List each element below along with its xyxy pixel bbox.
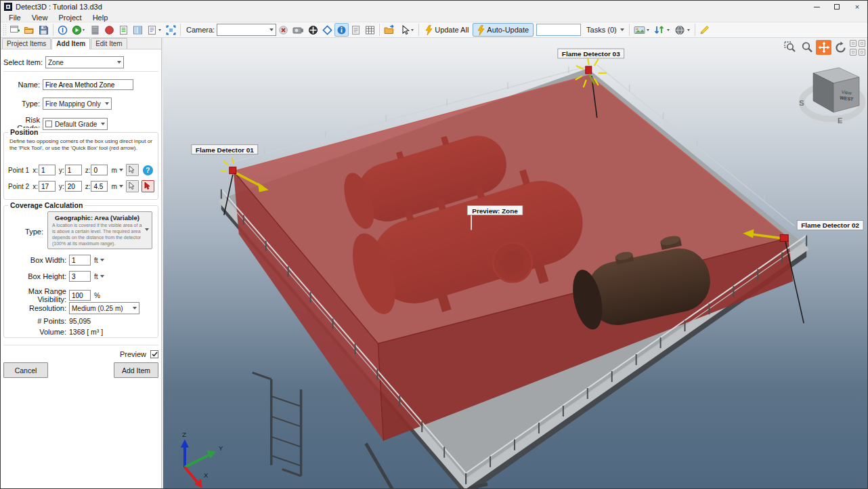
point2-z-input[interactable] <box>91 181 108 192</box>
chevron-down-icon <box>269 28 274 31</box>
compass-button[interactable] <box>320 23 334 37</box>
save-button[interactable] <box>37 23 51 37</box>
point1-z-input[interactable] <box>91 165 108 175</box>
record-button[interactable] <box>102 23 116 37</box>
image-export-button[interactable] <box>632 23 652 37</box>
zoom-button[interactable] <box>799 40 815 55</box>
pan-button[interactable] <box>816 40 831 55</box>
viewport-3d[interactable]: Preview: Zone Flame Detector 01 Flame De… <box>163 38 867 488</box>
type-combobox[interactable]: Fire Mapping Only <box>43 98 112 110</box>
orbit-button[interactable] <box>833 40 848 55</box>
camera-snapshot-button[interactable] <box>290 23 306 37</box>
menu-project[interactable]: Project <box>53 14 87 22</box>
lightning-icon <box>477 25 485 35</box>
point1-x-input[interactable] <box>39 165 56 175</box>
page-menu-button[interactable] <box>145 23 164 37</box>
fit-view-button[interactable] <box>164 23 178 37</box>
box-width-row: Box Width: ft <box>5 255 155 265</box>
tab-project-items[interactable]: Project Items <box>2 38 51 49</box>
new-project-button[interactable] <box>8 23 22 37</box>
toolbar-separator <box>379 24 380 36</box>
tab-add-item[interactable]: Add Item <box>51 38 90 49</box>
grid-table-button[interactable] <box>363 23 377 37</box>
minimize-button[interactable] <box>806 1 827 13</box>
toolbar-grip[interactable] <box>3 24 6 36</box>
lightning-icon <box>425 25 433 35</box>
box-width-unit[interactable]: ft <box>94 257 98 264</box>
point2-x-input[interactable] <box>39 181 56 192</box>
menu-view[interactable]: View <box>26 14 53 22</box>
viewport-layout-3-button[interactable] <box>850 49 856 56</box>
box-height-input[interactable] <box>69 271 91 282</box>
measure-pencil-button[interactable] <box>697 23 712 37</box>
max-range-label: Max Range Visibility: <box>5 287 66 303</box>
select-cursor-button[interactable] <box>397 23 416 37</box>
resolution-combobox[interactable]: Medium (0.25 m) <box>69 302 139 314</box>
sort-order-button[interactable] <box>652 23 672 37</box>
info-button[interactable] <box>56 23 70 37</box>
risk-grade-checkbox[interactable] <box>45 121 52 127</box>
point2-y-input[interactable] <box>65 181 82 192</box>
points-value: 95,095 <box>69 317 91 325</box>
svg-text:Flame Detector 03: Flame Detector 03 <box>562 50 620 58</box>
select-item-row: Select Item: Zone <box>1 56 158 68</box>
quick-box-tool-button[interactable] <box>142 180 154 192</box>
structure-button[interactable] <box>88 23 102 37</box>
close-button[interactable]: × <box>847 1 867 13</box>
zoom-window-button[interactable] <box>782 40 798 55</box>
chevron-down-icon <box>117 61 121 64</box>
maximize-button[interactable] <box>827 1 847 13</box>
point2-label: Point 2 <box>8 183 29 190</box>
viewport-layout-buttons <box>850 40 866 56</box>
export-run-button[interactable] <box>70 23 88 37</box>
filter-input[interactable] <box>536 24 581 36</box>
columns-view-button[interactable] <box>131 23 145 37</box>
toolbar-separator <box>418 24 419 36</box>
toolbar-separator <box>180 24 181 36</box>
tab-edit-item[interactable]: Edit Item <box>91 38 127 49</box>
risk-grade-combobox[interactable]: Default Grade <box>43 118 108 130</box>
point2-pick-tool-button[interactable] <box>126 180 139 192</box>
preview-checkbox[interactable] <box>150 350 158 358</box>
menu-file[interactable]: File <box>3 14 26 22</box>
point1-pick-tool-button[interactable] <box>126 164 139 176</box>
main-toolbar: Camera: Update All Auto-Update Tasks (0) <box>1 22 867 38</box>
notes-button[interactable] <box>349 23 363 37</box>
chevron-down-icon <box>145 228 149 231</box>
viewport-layout-2-button[interactable] <box>859 40 865 47</box>
position-help-button[interactable]: ? <box>143 165 153 175</box>
camera-combobox[interactable] <box>217 24 276 36</box>
select-item-combobox[interactable]: Zone <box>45 56 124 68</box>
menu-help[interactable]: Help <box>87 14 114 22</box>
compass-south-label: S <box>799 99 804 107</box>
tasks-dropdown[interactable]: Tasks (0) <box>584 26 627 34</box>
check-icon <box>152 352 158 357</box>
open-folder-button[interactable] <box>22 23 37 37</box>
box-width-input[interactable] <box>69 255 91 265</box>
type-label: Type: <box>1 100 40 108</box>
target-point-button[interactable] <box>306 23 320 37</box>
max-range-input[interactable] <box>69 290 91 301</box>
coverage-type-combobox[interactable]: Geographic: Area (Variable) A location i… <box>47 211 152 249</box>
select-item-label: Select Item: <box>1 58 43 66</box>
info-overlay-toggle[interactable] <box>334 23 349 37</box>
point1-unit[interactable]: m <box>111 167 116 174</box>
add-item-button[interactable]: Add Item <box>114 362 158 378</box>
name-input[interactable] <box>43 79 133 90</box>
point1-y-input[interactable] <box>65 165 82 175</box>
import-items-button[interactable] <box>382 23 397 37</box>
report-button[interactable] <box>116 23 131 37</box>
update-all-button[interactable]: Update All <box>421 23 473 37</box>
box-height-unit[interactable]: ft <box>94 273 98 280</box>
globe-settings-button[interactable] <box>672 23 693 37</box>
viewport-layout-1-button[interactable] <box>850 40 856 47</box>
cancel-button[interactable]: Cancel <box>3 362 48 378</box>
max-range-row: Max Range Visibility: % <box>5 287 155 303</box>
scene-canvas[interactable]: Preview: Zone Flame Detector 01 Flame De… <box>163 38 867 488</box>
coverage-groupbox: Coverage Calculation Type: Geographic: A… <box>3 205 158 338</box>
delete-camera-button[interactable] <box>276 23 290 37</box>
auto-update-toggle[interactable]: Auto-Update <box>473 23 534 37</box>
menubar: File View Project Help <box>1 13 867 22</box>
viewport-layout-4-button[interactable] <box>859 49 865 56</box>
point2-unit[interactable]: m <box>111 183 116 190</box>
